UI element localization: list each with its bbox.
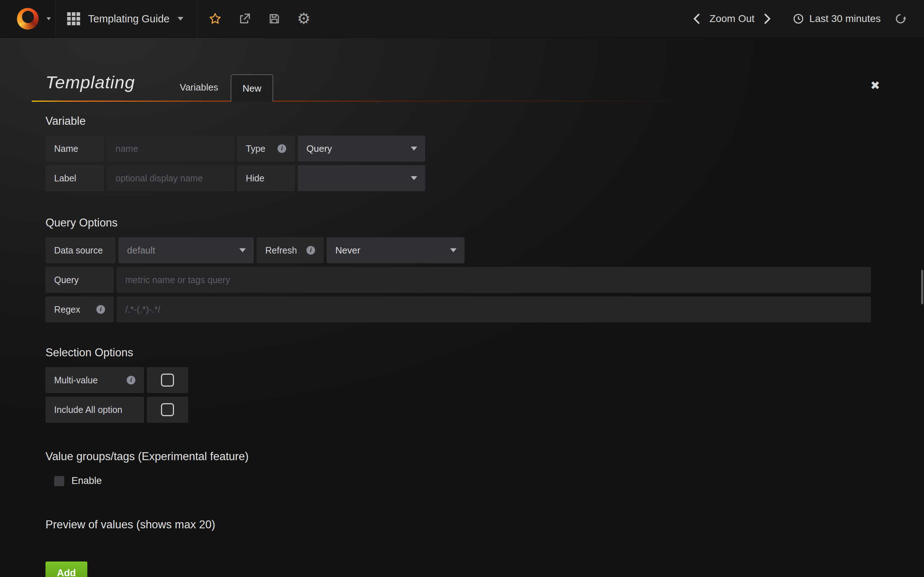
page-title: Templating (45, 72, 135, 92)
header-divider (32, 101, 892, 102)
info-icon[interactable] (127, 376, 135, 384)
chevron-down-icon (450, 248, 457, 253)
save-button[interactable] (260, 0, 289, 38)
type-select[interactable]: Query (298, 135, 425, 161)
save-icon (268, 13, 281, 25)
dashboard-actions: ⚙ (197, 0, 321, 37)
chevron-down-icon (411, 176, 417, 180)
info-icon[interactable] (278, 144, 286, 153)
datasource-label: Data source (45, 237, 115, 263)
include-all-checkbox[interactable] (147, 397, 188, 423)
dashboard-title: Templating Guide (88, 13, 170, 25)
label-label: Label (45, 165, 104, 191)
variable-label-row: Label Hide (45, 165, 892, 191)
enable-checkbox[interactable] (54, 476, 64, 486)
query-label: Query (45, 267, 114, 293)
share-button[interactable] (230, 0, 260, 38)
refresh-button[interactable] (888, 0, 913, 38)
logo-caret-icon (47, 17, 51, 20)
tab-new[interactable]: New (231, 74, 273, 102)
type-select-value: Query (307, 143, 332, 154)
time-shift-back-button[interactable] (687, 0, 707, 38)
regex-input[interactable] (116, 297, 871, 322)
share-icon (238, 12, 251, 25)
variable-section-heading: Variable (45, 115, 892, 128)
templating-header: Templating Variables New ✖ (32, 38, 892, 102)
multi-value-row: Multi-value (45, 367, 892, 393)
chevron-down-icon (239, 248, 246, 253)
include-all-label: Include All option (45, 397, 144, 423)
datasource-select[interactable]: default (118, 237, 254, 263)
chevron-left-icon (692, 13, 701, 24)
multi-value-label: Multi-value (45, 367, 144, 393)
checkbox-icon (161, 374, 174, 387)
selection-options-heading: Selection Options (45, 346, 892, 359)
scrollbar-thumb[interactable] (921, 270, 923, 305)
query-row: Query (45, 267, 892, 293)
time-range-label: Last 30 minutes (809, 13, 881, 24)
hide-label: Hide (237, 165, 295, 191)
type-label-text: Type (246, 143, 265, 154)
value-groups-heading: Value groups/tags (Experimental feature) (45, 450, 892, 463)
time-controls: Zoom Out Last 30 minutes (687, 0, 924, 37)
query-options-heading: Query Options (45, 216, 892, 229)
settings-button[interactable]: ⚙ (289, 0, 319, 38)
time-shift-forward-button[interactable] (757, 0, 777, 38)
regex-label: Regex (45, 297, 114, 322)
regex-label-text: Regex (54, 305, 80, 315)
preview-heading: Preview of values (shows max 20) (45, 518, 892, 531)
include-all-row: Include All option (45, 397, 892, 423)
datasource-row: Data source default Refresh Never (45, 237, 892, 263)
checkbox-icon (161, 403, 174, 416)
chevron-down-icon (178, 17, 183, 21)
enable-row: Enable (54, 475, 892, 487)
clock-icon (793, 13, 804, 24)
star-button[interactable] (200, 0, 230, 38)
info-icon[interactable] (96, 305, 105, 314)
chevron-down-icon (411, 147, 417, 151)
zoom-out-button[interactable]: Zoom Out (707, 13, 757, 24)
name-label: Name (45, 135, 104, 161)
datasource-select-value: default (127, 245, 155, 256)
tab-variables[interactable]: Variables (173, 82, 225, 93)
enable-label: Enable (71, 475, 102, 487)
dashboard-content: Templating Variables New ✖ Variable Name… (0, 38, 924, 577)
dashboard-grid-icon (67, 12, 80, 25)
refresh-label: Refresh (257, 237, 324, 263)
query-input[interactable] (116, 267, 871, 293)
multi-value-label-text: Multi-value (54, 375, 98, 385)
multi-value-checkbox[interactable] (147, 367, 188, 393)
grafana-menu-button[interactable] (0, 0, 56, 37)
close-icon[interactable]: ✖ (870, 79, 880, 92)
refresh-select-value: Never (335, 245, 360, 256)
time-range-picker[interactable]: Last 30 minutes (793, 13, 881, 24)
type-label: Type (237, 135, 295, 161)
top-navbar: Templating Guide ⚙ Zoom Out (0, 0, 924, 38)
name-input[interactable] (107, 135, 234, 161)
chevron-right-icon (763, 13, 772, 24)
info-icon[interactable] (307, 246, 315, 255)
refresh-label-text: Refresh (265, 245, 297, 256)
regex-row: Regex (45, 297, 892, 322)
gear-icon: ⚙ (297, 11, 311, 26)
star-icon (208, 12, 222, 26)
refresh-select[interactable]: Never (327, 237, 465, 263)
refresh-icon (894, 13, 907, 25)
grafana-logo-icon (17, 8, 39, 29)
dashboard-picker[interactable]: Templating Guide (56, 0, 197, 37)
hide-select[interactable] (298, 165, 425, 191)
add-button[interactable]: Add (45, 561, 87, 577)
variable-name-row: Name Type Query (45, 135, 892, 161)
label-input[interactable] (107, 165, 234, 191)
